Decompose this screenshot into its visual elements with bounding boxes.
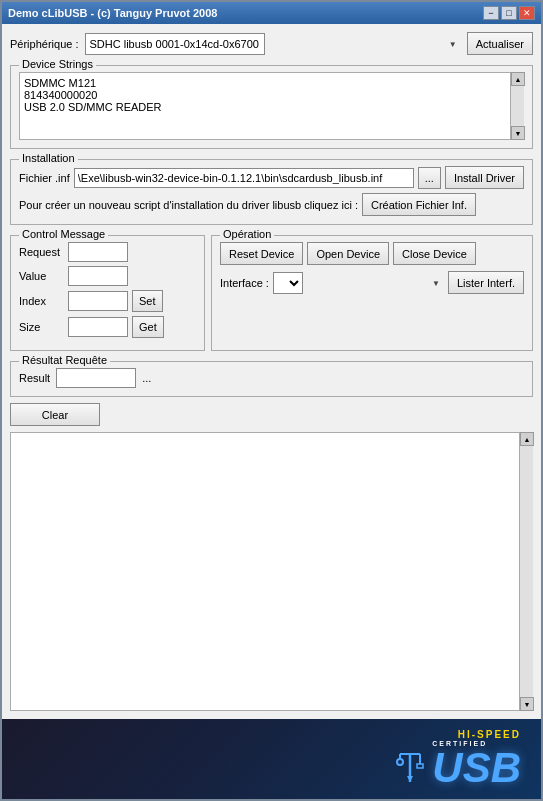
resultat-title: Résultat Requête	[19, 354, 110, 366]
scroll-down-arrow[interactable]: ▼	[511, 126, 525, 140]
close-button[interactable]: ✕	[519, 6, 535, 20]
installation-row1: Fichier .inf ... Install Driver	[19, 166, 524, 189]
op-buttons-row: Reset Device Open Device Close Device	[220, 242, 524, 265]
close-device-button[interactable]: Close Device	[393, 242, 476, 265]
value-label: Value	[19, 270, 64, 282]
result-row: Result ...	[19, 368, 524, 388]
get-button[interactable]: Get	[132, 316, 164, 338]
creation-fichier-button[interactable]: Création Fichier Inf.	[362, 193, 476, 216]
control-message-group: Control Message Request Value Index Set …	[10, 235, 205, 351]
main-window: Demo cLibUSB - (c) Tanguy Pruvot 2008 − …	[0, 0, 543, 801]
device-strings-box: SDMMC M121 814340000020 USB 2.0 SD/MMC R…	[19, 72, 524, 140]
title-bar: Demo cLibUSB - (c) Tanguy Pruvot 2008 − …	[2, 2, 541, 24]
result-input[interactable]	[56, 368, 136, 388]
minimize-button[interactable]: −	[483, 6, 499, 20]
scroll-up-arrow[interactable]: ▲	[511, 72, 525, 86]
install-driver-button[interactable]: Install Driver	[445, 166, 524, 189]
request-label: Request	[19, 246, 64, 258]
value-input[interactable]	[68, 266, 128, 286]
installation-row2: Pour créer un nouveau script d'installat…	[19, 193, 524, 216]
peripherique-combo-wrapper: SDHC libusb 0001-0x14cd-0x6700	[85, 33, 461, 55]
hi-speed-text: HI-SPEED	[396, 729, 521, 740]
actualiser-button[interactable]: Actualiser	[467, 32, 533, 55]
log-area-wrapper: ▲ ▼	[10, 432, 533, 711]
interface-combo[interactable]	[273, 272, 303, 294]
result-label: Result	[19, 372, 50, 384]
usb-logo-area: HI-SPEED CERTIFIED U	[2, 719, 541, 799]
log-scroll-down[interactable]: ▼	[520, 697, 534, 711]
control-message-title: Control Message	[19, 228, 108, 240]
clear-button-row: Clear	[10, 403, 533, 426]
usb-badge: CERTIFIED USB	[396, 740, 521, 789]
operation-title: Opération	[220, 228, 274, 240]
request-row: Request	[19, 242, 196, 262]
title-bar-buttons: − □ ✕	[483, 6, 535, 20]
index-label: Index	[19, 295, 64, 307]
size-label: Size	[19, 321, 64, 333]
size-row: Size Get	[19, 316, 196, 338]
log-area[interactable]	[10, 432, 533, 711]
operation-group: Opération Reset Device Open Device Close…	[211, 235, 533, 351]
create-script-label: Pour créer un nouveau script d'installat…	[19, 199, 358, 211]
request-input[interactable]	[68, 242, 128, 262]
interface-combo-wrapper	[273, 272, 444, 294]
interface-row: Interface : Lister Interf.	[220, 271, 524, 294]
lister-interf-button[interactable]: Lister Interf.	[448, 271, 524, 294]
fichier-input[interactable]	[74, 168, 414, 188]
peripherique-combo[interactable]: SDHC libusb 0001-0x14cd-0x6700	[85, 33, 265, 55]
maximize-button[interactable]: □	[501, 6, 517, 20]
index-input[interactable]	[68, 291, 128, 311]
open-device-button[interactable]: Open Device	[307, 242, 389, 265]
svg-rect-6	[417, 764, 423, 768]
two-panel: Control Message Request Value Index Set …	[10, 231, 533, 351]
size-input[interactable]	[68, 317, 128, 337]
clear-button[interactable]: Clear	[10, 403, 100, 426]
device-string-line-1: SDMMC M121	[24, 77, 505, 89]
browse-button[interactable]: ...	[418, 167, 441, 189]
device-string-line-3: USB 2.0 SD/MMC READER	[24, 101, 505, 113]
installation-title: Installation	[19, 152, 78, 164]
device-strings-scrollbar[interactable]: ▲ ▼	[510, 72, 524, 140]
installation-group: Installation Fichier .inf ... Install Dr…	[10, 159, 533, 225]
peripherique-row: Périphérique : SDHC libusb 0001-0x14cd-0…	[10, 32, 533, 55]
result-dots: ...	[142, 372, 151, 384]
device-strings-group: Device Strings SDMMC M121 814340000020 U…	[10, 65, 533, 149]
peripherique-label: Périphérique :	[10, 38, 79, 50]
scroll-thumb[interactable]	[511, 86, 524, 126]
interface-label: Interface :	[220, 277, 269, 289]
device-strings-title: Device Strings	[19, 58, 96, 70]
usb-text-group: CERTIFIED USB	[432, 740, 521, 789]
window-content: Périphérique : SDHC libusb 0001-0x14cd-0…	[2, 24, 541, 719]
value-row: Value	[19, 266, 196, 286]
log-scroll-up[interactable]: ▲	[520, 432, 534, 446]
log-scroll-thumb[interactable]	[520, 446, 533, 697]
usb-trident-icon	[396, 746, 424, 784]
usb-logo: HI-SPEED CERTIFIED U	[396, 729, 521, 789]
fichier-label: Fichier .inf	[19, 172, 70, 184]
usb-text: USB	[432, 747, 521, 789]
svg-marker-7	[407, 776, 413, 782]
set-button[interactable]: Set	[132, 290, 163, 312]
log-scrollbar[interactable]: ▲ ▼	[519, 432, 533, 711]
device-strings-area: SDMMC M121 814340000020 USB 2.0 SD/MMC R…	[19, 72, 524, 140]
title-bar-text: Demo cLibUSB - (c) Tanguy Pruvot 2008	[8, 7, 217, 19]
svg-point-5	[397, 759, 403, 765]
resultat-group: Résultat Requête Result ...	[10, 361, 533, 397]
device-string-line-2: 814340000020	[24, 89, 505, 101]
index-row: Index Set	[19, 290, 196, 312]
reset-device-button[interactable]: Reset Device	[220, 242, 303, 265]
